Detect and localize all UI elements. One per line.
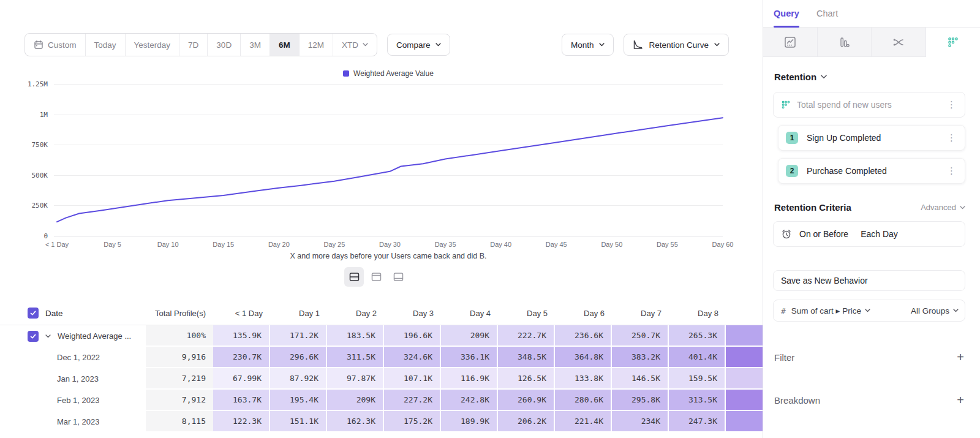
- retention-value-cell[interactable]: 247.3K: [669, 411, 726, 432]
- retention-value-cell[interactable]: 348.5K: [498, 347, 555, 368]
- retention-value-cell[interactable]: 250.7K: [612, 325, 669, 347]
- column-header-date: Date: [0, 301, 146, 325]
- retention-value-cell[interactable]: 195.4K: [270, 390, 327, 411]
- groups-dropdown[interactable]: All Groups: [911, 306, 959, 315]
- retention-value-cell[interactable]: 209K: [327, 390, 384, 411]
- range-label: 6M: [279, 40, 290, 50]
- retention-value-cell[interactable]: 97.87K: [327, 368, 384, 390]
- compare-button[interactable]: Compare: [387, 34, 451, 56]
- column-header--1-day[interactable]: < 1 Day: [213, 301, 270, 325]
- range-custom[interactable]: Custom: [25, 34, 85, 56]
- retention-value-cell[interactable]: 236.6K: [555, 325, 612, 347]
- retention-value-cell[interactable]: 222.7K: [498, 325, 555, 347]
- tab-retention[interactable]: [926, 28, 980, 57]
- advanced-dropdown[interactable]: Advanced: [921, 203, 965, 212]
- column-header-day-5[interactable]: Day 5: [498, 301, 555, 325]
- range-xtd[interactable]: XTD: [333, 34, 377, 56]
- column-header-day-7[interactable]: Day 7: [612, 301, 669, 325]
- retention-value-cell[interactable]: 230.7K: [213, 347, 270, 368]
- column-header-day-4[interactable]: Day 4: [441, 301, 498, 325]
- retention-value-cell[interactable]: 242.8K: [441, 390, 498, 411]
- retention-value-cell[interactable]: 116.9K: [441, 368, 498, 390]
- column-header-day-3[interactable]: Day 3: [384, 301, 441, 325]
- range-12m[interactable]: 12M: [299, 34, 333, 56]
- retention-value-cell[interactable]: 221.4K: [555, 411, 612, 432]
- tab-query[interactable]: Query: [774, 0, 799, 27]
- tab-funnels[interactable]: [818, 28, 872, 57]
- retention-value-cell[interactable]: 189.9K: [441, 411, 498, 432]
- retention-value-cell[interactable]: 383.2K: [612, 347, 669, 368]
- column-header-total-profile-s-[interactable]: Total Profile(s): [146, 301, 213, 325]
- retention-value-cell[interactable]: 146.5K: [612, 368, 669, 390]
- range-yesterday[interactable]: Yesterday: [125, 34, 179, 56]
- layout-toggle-table-only[interactable]: [388, 267, 408, 287]
- retention-value-cell[interactable]: 336.1K: [441, 347, 498, 368]
- step-row-2[interactable]: 2 Purchase Completed ⋮: [778, 158, 965, 184]
- retention-value-cell[interactable]: 133.8K: [555, 368, 612, 390]
- retention-value-cell[interactable]: 196.6K: [384, 325, 441, 347]
- retention-value-cell[interactable]: 171.2K: [270, 325, 327, 347]
- kebab-menu-icon[interactable]: ⋮: [944, 165, 959, 177]
- expand-chevron-icon[interactable]: [45, 334, 51, 338]
- layout-toggle-split-view[interactable]: [344, 267, 364, 287]
- layout-toggle-group: [344, 267, 408, 287]
- kebab-menu-icon[interactable]: ⋮: [944, 99, 959, 111]
- chart-type-dropdown[interactable]: Retention Curve: [624, 34, 729, 56]
- layout-toggle-chart-only[interactable]: [366, 267, 386, 287]
- add-breakdown-button[interactable]: +: [957, 394, 964, 406]
- x-axis-tick-label: Day 15: [213, 241, 234, 248]
- step-row-1[interactable]: 1 Sign Up Completed ⋮: [778, 125, 965, 151]
- retention-value-cell[interactable]: 227.2K: [384, 390, 441, 411]
- column-header-day-8[interactable]: Day 8: [669, 301, 726, 325]
- retention-value-cell[interactable]: 295.8K: [612, 390, 669, 411]
- retention-value-cell[interactable]: 151.1K: [270, 411, 327, 432]
- step-number-badge: 1: [786, 132, 798, 144]
- retention-value-cell[interactable]: 159.5K: [669, 368, 726, 390]
- criteria-card[interactable]: On or Before Each Day: [773, 221, 965, 247]
- row-checkbox[interactable]: [28, 331, 39, 342]
- retention-value-cell[interactable]: 296.6K: [270, 347, 327, 368]
- retention-value-cell[interactable]: 162.3K: [327, 411, 384, 432]
- retention-value-cell[interactable]: 126.5K: [498, 368, 555, 390]
- retention-value-cell[interactable]: 401.4K: [669, 347, 726, 368]
- range-7d[interactable]: 7D: [179, 34, 207, 56]
- retention-value-cell[interactable]: 175.2K: [384, 411, 441, 432]
- retention-value-cell[interactable]: 260.9K: [498, 390, 555, 411]
- retention-value-cell[interactable]: 265.3K: [669, 325, 726, 347]
- select-all-checkbox[interactable]: [28, 308, 39, 319]
- retention-value-cell[interactable]: 87.92K: [270, 368, 327, 390]
- range-today[interactable]: Today: [85, 34, 125, 56]
- retention-value-cell-partial: [726, 411, 763, 432]
- retention-value-cell[interactable]: 324.6K: [384, 347, 441, 368]
- step-event-label: Purchase Completed: [807, 166, 944, 176]
- retention-value-cell[interactable]: 364.8K: [555, 347, 612, 368]
- section-title-dropdown[interactable]: Retention: [774, 72, 965, 82]
- tab-flows[interactable]: [872, 28, 926, 57]
- retention-value-cell[interactable]: 234K: [612, 411, 669, 432]
- range-3m[interactable]: 3M: [240, 34, 270, 56]
- column-header-day-6[interactable]: Day 6: [555, 301, 612, 325]
- save-as-new-behavior-button[interactable]: Save as New Behavior: [773, 270, 965, 291]
- property-dropdown[interactable]: Sum of cart ▸ Price: [791, 306, 905, 315]
- range-6m[interactable]: 6M: [270, 34, 299, 56]
- retention-value-cell[interactable]: 163.7K: [213, 390, 270, 411]
- tab-chart[interactable]: Chart: [816, 0, 838, 27]
- retention-value-cell[interactable]: 311.5K: [327, 347, 384, 368]
- retention-value-cell[interactable]: 206.2K: [498, 411, 555, 432]
- retention-value-cell[interactable]: 313.5K: [669, 390, 726, 411]
- retention-value-cell[interactable]: 183.5K: [327, 325, 384, 347]
- retention-value-cell[interactable]: 209K: [441, 325, 498, 347]
- retention-value-cell[interactable]: 107.1K: [384, 368, 441, 390]
- add-filter-button[interactable]: +: [957, 351, 964, 363]
- retention-value-cell[interactable]: 67.99K: [213, 368, 270, 390]
- granularity-dropdown[interactable]: Month: [562, 34, 614, 56]
- column-header-day-2[interactable]: Day 2: [327, 301, 384, 325]
- retention-value-cell[interactable]: 135.9K: [213, 325, 270, 347]
- range-30d[interactable]: 30D: [207, 34, 240, 56]
- tab-insights[interactable]: [763, 28, 818, 57]
- kebab-menu-icon[interactable]: ⋮: [944, 132, 959, 144]
- retention-value-cell[interactable]: 122.3K: [213, 411, 270, 432]
- behavior-card[interactable]: Total spend of new users ⋮: [773, 92, 965, 118]
- column-header-day-1[interactable]: Day 1: [270, 301, 327, 325]
- retention-value-cell[interactable]: 280.6K: [555, 390, 612, 411]
